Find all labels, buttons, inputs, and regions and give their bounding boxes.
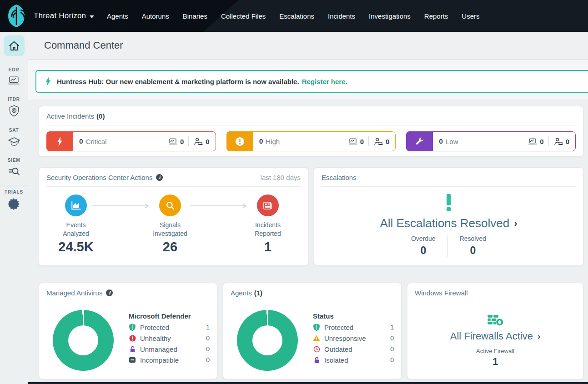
person-desk-icon: [373, 137, 383, 145]
person-desk-icon: [193, 137, 203, 145]
windows-firewall-panel: Windows Firewall All Firewalls Active ›: [407, 283, 583, 379]
burst-badge-icon: [7, 198, 20, 210]
register-here-link[interactable]: Register here.: [302, 78, 347, 85]
nav-item-incidents[interactable]: Incidents: [328, 12, 355, 20]
protected-value: 1: [390, 324, 394, 331]
nav-item-binaries[interactable]: Binaries: [183, 12, 207, 20]
managed-antivirus-panel: Managed Antivirus i Microsoft Defender P…: [39, 283, 217, 379]
chevron-right-icon: ›: [514, 218, 517, 229]
agents-donut-chart: [237, 310, 298, 371]
incompatible-value: 0: [206, 356, 210, 364]
sidebar-label-siem: SIEM: [8, 158, 20, 163]
active-firewall-label: Active Firewall: [476, 348, 514, 354]
huntress-hub-banner: Huntress Hub: Our new enablement & marke…: [35, 70, 588, 93]
legend-row-protected: Protected 1: [313, 324, 394, 331]
low-label: Low: [446, 138, 458, 145]
agents-header: Agents (1): [231, 289, 394, 302]
soc-step-incidents: Incidents Reported 1: [236, 194, 300, 254]
shield-icon: [129, 324, 136, 331]
legend-row-unmanaged: Unmanaged 0: [129, 345, 210, 353]
sidebar-item-itdr[interactable]: ITDR: [8, 97, 20, 117]
magnifier-icon: [166, 201, 175, 210]
lightning-icon: [45, 77, 51, 86]
high-agents-count: 0: [360, 138, 364, 145]
area-chart-icon: [70, 200, 81, 210]
low-card-body: 0 Low 0 0: [433, 132, 575, 151]
soc-actions-title: Security Operations Center Actions: [46, 174, 152, 181]
escalations-title: Escalations: [322, 174, 357, 181]
protected-value: 1: [206, 324, 210, 331]
unlock-icon: [129, 346, 136, 353]
soc-period-label: last 180 days: [261, 174, 301, 181]
sidebar-divider: [0, 185, 28, 185]
sidebar-label-trials: TRIALS: [5, 190, 23, 194]
soc-actions-header: Security Operations Center Actions i las…: [46, 174, 301, 187]
warning-triangle-icon: [313, 335, 320, 341]
sidebar-item-sat[interactable]: SAT: [8, 128, 20, 147]
nav-item-autoruns[interactable]: Autoruns: [142, 12, 169, 20]
sidebar-item-home[interactable]: [4, 35, 25, 56]
active-incidents-panel: Active Incidents (0) 0 Critical 0: [39, 106, 583, 157]
lightning-icon: [57, 137, 63, 146]
report-icon: [263, 201, 273, 210]
critical-agents-count: 0: [180, 138, 184, 145]
escalations-panel: Escalations All Escalations Resolved › O…: [314, 167, 583, 266]
bottom-footer-strip: [28, 382, 588, 384]
page-header: Command Center: [28, 32, 588, 60]
antivirus-donut-chart: [53, 310, 114, 371]
low-agents-count: 0: [540, 138, 543, 145]
count-divider: [188, 136, 189, 146]
low-sub-counts: 0 0: [528, 136, 569, 146]
exclamation-circle-icon: [235, 137, 245, 146]
huntress-logo-icon: [5, 3, 28, 29]
agents-title: Agents: [231, 289, 252, 297]
count-divider: [548, 136, 549, 146]
low-chip: [406, 131, 433, 151]
chevron-down-icon: [90, 15, 94, 18]
legend-row-protected: Protected 1: [129, 324, 210, 331]
high-card-body: 0 High 0 0: [253, 132, 396, 151]
info-icon[interactable]: i: [156, 174, 163, 181]
critical-label: Critical: [86, 138, 107, 145]
nav-item-collected-files[interactable]: Collected Files: [221, 12, 266, 20]
laptop-chart-icon: [348, 138, 357, 145]
page-title: Command Center: [44, 40, 123, 51]
signals-investigated-label: Signals Investigated: [138, 221, 202, 238]
unmanaged-value: 0: [206, 345, 210, 353]
legend-row-unhealthy: Unhealthy 0: [129, 334, 210, 342]
nav-item-investigations[interactable]: Investigations: [369, 12, 411, 20]
legend-row-unresponsive: Unresponsive 0: [313, 334, 394, 342]
chevron-right-icon: ›: [538, 331, 540, 341]
antivirus-legend-title: Microsoft Defender: [129, 312, 210, 320]
critical-incidents-card[interactable]: 0 Critical 0 0: [46, 131, 216, 151]
sidebar-item-edr[interactable]: EDR: [8, 67, 20, 86]
legend-row-incompatible: Incompatible 0: [129, 356, 210, 364]
nav-item-escalations[interactable]: Escalations: [279, 12, 314, 20]
sidebar-item-siem[interactable]: SIEM: [8, 158, 20, 177]
top-navbar: Threat Horizon Agents Autoruns Binaries …: [0, 0, 588, 32]
search-lines-icon: [8, 166, 20, 177]
sidebar-item-trials[interactable]: TRIALS: [5, 190, 23, 210]
nav-item-users[interactable]: Users: [462, 12, 479, 20]
all-firewalls-active-link[interactable]: All Firewalls Active ›: [450, 330, 540, 342]
overdue-label: Overdue: [411, 235, 436, 242]
shield-fingerprint-icon: [9, 105, 20, 117]
agents-legend: Status Protected 1 Unresponsive 0 Outdat…: [313, 312, 394, 364]
incidents-reported-value: 1: [236, 239, 300, 254]
firewall-header: Windows Firewall: [415, 289, 576, 302]
count-divider: [368, 136, 369, 146]
managed-antivirus-header: Managed Antivirus i: [46, 289, 210, 302]
agents-count: (1): [254, 289, 262, 297]
incidents-reported-label: Incidents Reported: [236, 221, 300, 238]
signals-investigated-value: 26: [138, 239, 202, 254]
resolved-value: 0: [460, 244, 486, 257]
high-incidents-card[interactable]: 0 High 0 0: [226, 131, 396, 151]
legend-row-outdated: Outdated 0: [313, 345, 394, 353]
brand-menu[interactable]: Threat Horizon: [5, 3, 94, 29]
low-incidents-card[interactable]: 0 Low 0 0: [406, 131, 576, 151]
all-escalations-resolved-link[interactable]: All Escalations Resolved ›: [380, 216, 517, 230]
nav-item-agents[interactable]: Agents: [107, 12, 128, 20]
firewall-flame-icon: [487, 313, 504, 327]
info-icon[interactable]: i: [106, 289, 113, 296]
nav-item-reports[interactable]: Reports: [424, 12, 448, 20]
